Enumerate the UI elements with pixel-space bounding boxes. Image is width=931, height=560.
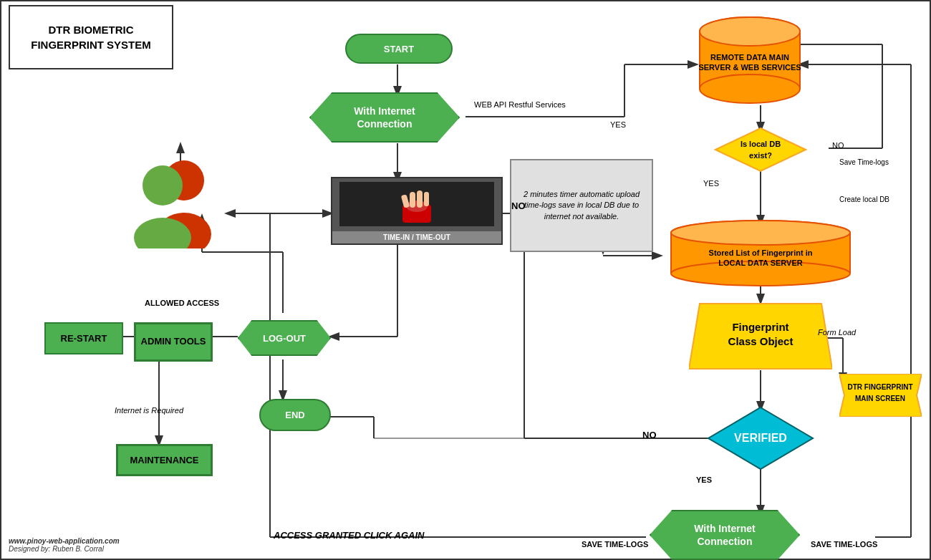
svg-rect-64 [410,192,415,208]
admin-tools-box: ADMIN TOOLS [134,322,213,362]
svg-text:Is local DB: Is local DB [741,140,781,148]
form-load-label: Form Load [818,328,856,337]
access-granted-label: ACCESS GRANTED CLICK AGAIN [274,530,424,541]
svg-text:MAIN SCREEN: MAIN SCREEN [855,395,905,402]
is-local-db-diamond: Is local DB exist? [714,127,807,173]
remote-server: REMOTE DATA MAIN SERVER & WEB SERVICES [696,16,804,105]
svg-text:Class Object: Class Object [728,335,793,347]
create-local-db-label: Create local DB [839,195,889,203]
local-data-server: Stored List of Fingerprint in LOCAL DATA… [667,220,854,288]
title: DTR BIOMETRIC FINGERPRINT SYSTEM [9,5,173,69]
restart-box: RE-START [44,322,123,354]
footer: www.pinoy-web-application.com Designed b… [9,537,120,553]
allowed-access-label: ALLOWED ACCESS [145,299,219,307]
svg-point-48 [700,17,800,46]
no-label-2: NO [511,201,526,211]
svg-text:LOCAL DATA SERVER: LOCAL DATA SERVER [718,259,802,267]
with-internet-bottom: With InternetConnection [650,510,800,560]
end-node: END [259,399,331,431]
maintenance-box: MAINTENANCE [116,444,213,476]
svg-text:VERIFIED: VERIFIED [734,432,787,444]
dtr-main-screen: DTR FINGERPRINT MAIN SCREEN [839,374,922,417]
svg-point-59 [671,221,850,245]
save-timelogs-label-2: SAVE TIME-LOGS [811,540,877,549]
svg-text:REMOTE DATA MAIN: REMOTE DATA MAIN [710,53,789,62]
svg-text:Fingerprint: Fingerprint [732,321,788,333]
svg-text:exist?: exist? [749,151,772,160]
svg-marker-51 [715,128,806,171]
web-api-label: WEB API Restful Services [474,100,566,109]
internet-required-label: Internet is Required [115,406,183,415]
start-node: START [345,34,453,64]
no-label-3: NO [642,430,657,440]
fingerprint-class-object: Fingerprint Class Object [689,302,832,370]
users-icon [127,155,223,248]
svg-text:SERVER & WEB SERVICES: SERVER & WEB SERVICES [698,63,801,72]
save-timelogs-arrow-label: Save Time-logs [839,158,889,166]
svg-rect-65 [417,190,423,208]
yes-label-2: YES [703,179,719,188]
verified-diamond: VERIFIED [707,406,814,470]
svg-text:Stored List of Fingerprint in: Stored List of Fingerprint in [709,248,813,257]
time-in-out-box: TIME-IN / TIME-OUT [331,177,503,245]
yes-label-3: YES [696,475,712,484]
yes-label-1: YES [610,120,626,129]
svg-text:DTR FINGERPRINT: DTR FINGERPRINT [847,383,912,391]
svg-point-47 [700,74,800,103]
no-label-1: NO [832,141,844,150]
log-out-box: LOG-OUT [238,320,331,356]
svg-rect-67 [401,194,410,208]
save-timelogs-label-1: SAVE TIME-LOGS [582,540,648,549]
with-internet-top: With InternetConnection [309,92,460,143]
svg-rect-66 [424,192,429,206]
timer-info-box: 2 minutes timer automatic upload time-lo… [510,159,653,252]
svg-point-70 [143,165,183,206]
